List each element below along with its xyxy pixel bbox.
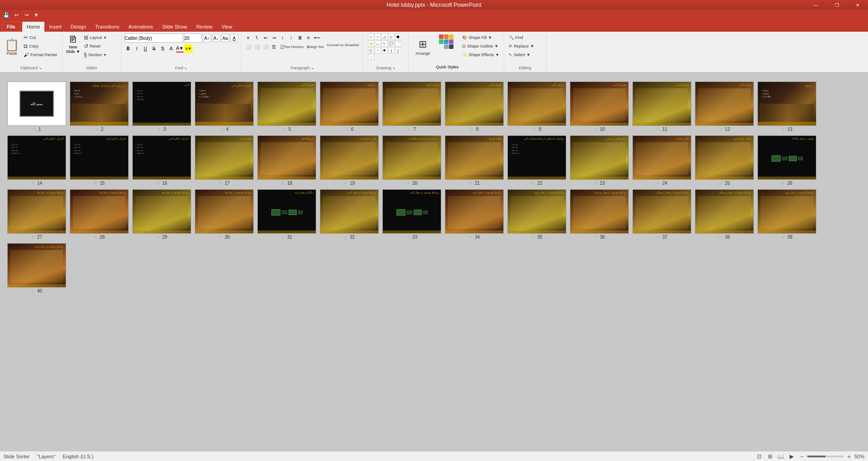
align-left-button[interactable]: ⬜ <box>244 43 252 51</box>
shape-diamond[interactable]: ⬟ <box>395 34 401 40</box>
text-direction-button[interactable]: 🔄 Text Direction <box>279 43 305 51</box>
slide-item-5[interactable]: تعریف لابی ☆5 <box>257 82 316 132</box>
slide-item-25[interactable]: سالن کنفرانس ☆25 <box>695 135 754 186</box>
font-size-input[interactable] <box>184 34 202 43</box>
increase-indent-button[interactable]: ⇒ <box>270 34 278 42</box>
slide-item-7[interactable]: تعریف لابی ☆7 <box>382 82 441 132</box>
rtl-ltr-button[interactable]: ⟵ <box>313 34 321 42</box>
increase-font-button[interactable]: A↑ <box>203 34 211 42</box>
slide-item-31[interactable]: دیاگرام های تازه ☆31 <box>257 189 316 240</box>
char-spacing-button[interactable]: A <box>167 44 175 53</box>
slide-item-9[interactable]: تعریف لابی ☆9 <box>507 82 566 132</box>
change-case-button[interactable]: Aa <box>221 34 229 42</box>
bold-button[interactable]: B <box>124 44 132 53</box>
font-expand-icon[interactable]: ↘ <box>184 66 187 70</box>
slide-item-40[interactable]: روابط موجود در هتل پلرن ☆40 <box>7 243 66 293</box>
decrease-font-button[interactable]: A↓ <box>212 34 220 42</box>
shape-fill-button[interactable]: 🎨 Shape Fill▼ <box>460 34 501 42</box>
slide-item-4[interactable]: اجزای داخلی لابی • نمودار• تصاویر• اطلاع… <box>195 82 254 132</box>
slide-item-11[interactable]: تعریف لابی ☆11 <box>632 82 691 132</box>
slide-item-34[interactable]: روابط موجود در هتل تازه ☆34 <box>445 189 504 240</box>
normal-view-button[interactable]: ⊡ <box>755 452 764 461</box>
font-name-input[interactable] <box>124 34 183 43</box>
find-button[interactable]: 🔍 Find <box>507 34 543 42</box>
shape-cross[interactable]: ✚ <box>381 47 388 53</box>
italic-button[interactable]: I <box>133 44 141 53</box>
shape-line[interactable]: — <box>375 40 381 47</box>
quick-styles-button[interactable]: Quick Styles <box>435 34 459 70</box>
zoom-slider[interactable] <box>807 456 844 457</box>
slide-item-3[interactable]: لابی • متن اول• متن دوم• متن سوم• متن چه… <box>132 82 191 132</box>
shape-circle[interactable]: ○ <box>375 34 381 40</box>
slide-item-37[interactable]: روابط موجود در هتل پریسان ☆37 <box>632 189 691 240</box>
shape-callout[interactable]: 💬 <box>388 40 395 47</box>
slide-item-16[interactable]: اجزای داخلی لابی • متن اول• متن دوم• متن… <box>132 135 191 186</box>
qat-save[interactable]: 💾 <box>2 11 11 19</box>
tab-insert[interactable]: Insert <box>44 22 66 32</box>
shape-bracket[interactable]: [ <box>395 47 401 53</box>
slide-item-36[interactable]: روابط موجود در هتل پریسان ☆36 <box>570 189 629 240</box>
paste-button[interactable]: 📋 Paste <box>3 34 21 61</box>
slide-item-29[interactable]: روابط موجود در هتل ها ☆29 <box>132 189 191 240</box>
slide-item-24[interactable]: کافی شاپ ☆24 <box>632 135 691 186</box>
slide-item-6[interactable]: تعریف... ☆6 <box>320 82 379 132</box>
new-slide-button[interactable]: 🖹 New Slide ▼ <box>65 34 81 55</box>
align-center-button[interactable]: ⬜ <box>253 43 261 51</box>
tab-file[interactable]: File <box>2 22 20 32</box>
tab-design[interactable]: Design <box>66 22 91 32</box>
slide-item-17[interactable]: شعبان لابی ☆17 <box>195 135 254 186</box>
qat-redo[interactable]: ↪ <box>22 11 31 19</box>
shape-effects-button[interactable]: ✨ Shape Effects▼ <box>460 51 501 59</box>
minimize-button[interactable]: — <box>805 0 826 10</box>
select-button[interactable]: ↖ Select▼ <box>507 51 543 59</box>
slide-item-33[interactable]: روابط موجود در هتل تازه ☆33 <box>382 189 441 240</box>
slide-item-28[interactable]: روابط موجود در هتل ها ☆28 <box>70 189 129 240</box>
shape-triangle[interactable]: △ <box>381 34 388 40</box>
cut-button[interactable]: ✂ Cut <box>22 34 59 42</box>
tab-view[interactable]: View <box>217 22 237 32</box>
tab-slideshow[interactable]: Slide Show <box>158 22 192 32</box>
layout-button[interactable]: ⊞ Layout ▼ <box>82 34 118 42</box>
slide-item-32[interactable]: روابط موجود در هتل تازه ☆32 <box>320 189 379 240</box>
convert-smartart-button[interactable]: Convert to SmartArt <box>326 43 361 51</box>
align-right-button[interactable]: ⬜ <box>261 43 270 51</box>
shape-connector[interactable]: ⤷ <box>381 40 388 47</box>
format-painter-button[interactable]: 🖌 Format Painter <box>22 51 59 59</box>
slide-item-19[interactable]: تلفن اجلاسات ☆19 <box>320 135 379 186</box>
columns-button[interactable]: ⫶ <box>287 34 295 42</box>
slide-item-10[interactable]: تعریف لابی ☆10 <box>570 82 629 132</box>
shape-star[interactable]: ⭐ <box>368 40 374 47</box>
numbering-button[interactable]: ⒈ <box>253 34 261 42</box>
slide-item-12[interactable]: تعریف لابی ☆12 <box>695 82 754 132</box>
slide-item-21[interactable]: لنگاه پاسها ☆21 <box>445 135 504 186</box>
slide-item-15[interactable]: اجزای داخلی لابی • متن اول• متن دوم• متن… <box>70 135 129 186</box>
slide-item-13[interactable]: تعریف... • نمودار• تصاویر• اطلاعات ☆13 <box>757 82 816 132</box>
clear-format-button[interactable]: A <box>230 34 238 42</box>
shape-rect[interactable]: □ <box>368 34 374 40</box>
slide-item-18[interactable]: فروشگاه‌ها ☆18 <box>257 135 316 186</box>
drawing-expand-icon[interactable]: ↘ <box>392 66 395 70</box>
slideshow-button[interactable]: ▶ <box>787 452 796 461</box>
qat-dropdown[interactable]: ▼ <box>32 11 41 19</box>
add-space-button[interactable]: ≣ <box>296 34 304 42</box>
clipboard-expand-icon[interactable]: ↘ <box>39 66 42 70</box>
shape-more[interactable]: ⋮ <box>368 54 374 60</box>
align-text-button[interactable]: ⊞ Align Text <box>305 43 325 51</box>
paragraph-expand-icon[interactable]: ↘ <box>311 66 314 70</box>
underline-button[interactable]: U <box>141 44 149 53</box>
slide-item-8[interactable]: تعریف لابی ☆8 <box>445 82 504 132</box>
copy-button[interactable]: ⧉ Copy <box>22 42 59 50</box>
slide-item-14[interactable]: اجزای داخلی لابی • متن اول• متن دوم• متن… <box>7 135 66 186</box>
slide-item-30[interactable]: روابط موجود در هتل ها ☆30 <box>195 189 254 240</box>
slide-item-27[interactable]: روابط موجود در هتل ها ☆27 <box>7 189 66 240</box>
slide-item-22[interactable]: روابط داده های ارتباط متقابل لابی • متن … <box>507 135 566 186</box>
tab-animations[interactable]: Animations <box>124 22 157 32</box>
shadow-button[interactable]: S <box>159 44 167 53</box>
shape-chevron[interactable]: › <box>375 47 381 53</box>
close-button[interactable]: ✕ <box>847 0 868 10</box>
slide-sorter-button[interactable]: ⊞ <box>766 452 775 461</box>
zoom-plus-button[interactable]: + <box>845 453 853 460</box>
replace-button[interactable]: ⟳ Replace▼ <box>507 42 543 50</box>
restore-button[interactable]: ❐ <box>826 0 847 10</box>
layers-tab-label[interactable]: "Layers" <box>37 454 55 459</box>
